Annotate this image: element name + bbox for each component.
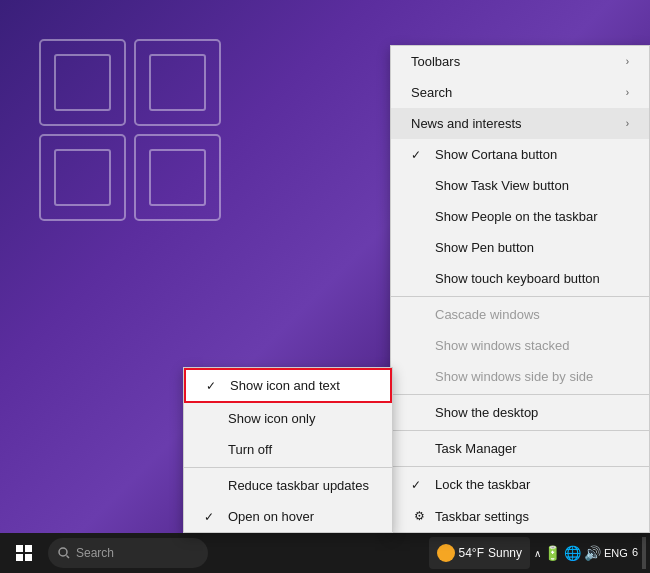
taskbar-search[interactable]: Search [48,538,208,568]
menu-label-keyboard: Show touch keyboard button [435,271,600,286]
battery-icon[interactable]: 🔋 [544,545,561,561]
svg-rect-5 [150,55,205,110]
submenu-news-interests: ✓ Show icon and text Show icon only Turn… [183,367,393,533]
weather-widget[interactable]: 54°F Sunny [429,537,531,569]
weather-condition: Sunny [488,546,522,560]
show-desktop-strip[interactable] [642,537,646,569]
menu-label-pen: Show Pen button [435,240,534,255]
menu-label-search: Search [411,85,452,100]
menu-item-toolbars[interactable]: Toolbars › [391,46,649,77]
clock-time: 6 [632,545,638,560]
submenu-label-show-icon-only: Show icon only [228,411,315,426]
svg-rect-0 [40,40,125,125]
menu-item-show-cortana[interactable]: ✓ Show Cortana button [391,139,649,170]
menu-item-people[interactable]: Show People on the taskbar [391,201,649,232]
svg-point-12 [59,548,67,556]
taskbar-left: Search [0,533,208,573]
menu-label-taskview: Show Task View button [435,178,569,193]
start-button[interactable] [4,533,44,573]
menu-label-toolbars: Toolbars [411,54,460,69]
submenu-item-show-icon-text[interactable]: ✓ Show icon and text [184,368,392,403]
svg-rect-1 [135,40,220,125]
svg-rect-8 [16,545,23,552]
clock[interactable]: 6 [632,545,638,560]
submenu-item-show-icon-only[interactable]: Show icon only [184,403,392,434]
check-icon: ✓ [206,379,222,393]
sun-icon [437,544,455,562]
windows-logo [30,30,230,230]
menu-item-stacked: Show windows stacked [391,330,649,361]
desktop: ✓ Show icon and text Show icon only Turn… [0,0,650,573]
menu-item-task-manager[interactable]: Task Manager [391,433,649,464]
svg-rect-9 [25,545,32,552]
svg-rect-4 [55,55,110,110]
context-menu-main: Toolbars › Search › News and interests ›… [390,45,650,533]
menu-item-taskbar-settings[interactable]: ⚙ Taskbar settings [391,500,649,532]
taskbar: Search 54°F Sunny ∧ 🔋 🌐 🔊 ENG 6 [0,533,650,573]
menu-label-show-desktop: Show the desktop [435,405,538,420]
menu-item-lock-taskbar[interactable]: ✓ Lock the taskbar [391,469,649,500]
menu-label-people: Show People on the taskbar [435,209,598,224]
svg-line-13 [67,556,70,559]
volume-icon[interactable]: 🔊 [584,545,601,561]
check-icon-hover: ✓ [204,510,220,524]
svg-rect-6 [55,150,110,205]
menu-item-taskview[interactable]: Show Task View button [391,170,649,201]
divider-4 [391,466,649,467]
arrow-icon-toolbars: › [626,56,629,67]
divider-1 [391,296,649,297]
menu-item-pen[interactable]: Show Pen button [391,232,649,263]
lang-indicator[interactable]: ENG [604,547,628,559]
network-icon[interactable]: 🌐 [564,545,581,561]
submenu-item-reduce-taskbar[interactable]: Reduce taskbar updates [184,470,392,501]
menu-item-news-interests[interactable]: News and interests › [391,108,649,139]
svg-rect-2 [40,135,125,220]
menu-item-search[interactable]: Search › [391,77,649,108]
taskbar-right: 54°F Sunny ∧ 🔋 🌐 🔊 ENG 6 [429,537,650,569]
divider-2 [391,394,649,395]
menu-label-lock-taskbar: Lock the taskbar [435,477,530,492]
divider-3 [391,430,649,431]
submenu-label-show-icon-text: Show icon and text [230,378,340,393]
sys-tray: ∧ 🔋 🌐 🔊 ENG [534,545,628,561]
menu-label-show-cortana: Show Cortana button [435,147,557,162]
menu-item-side-by-side: Show windows side by side [391,361,649,392]
arrow-icon-news: › [626,118,629,129]
menu-label-stacked: Show windows stacked [435,338,569,353]
menu-label-task-manager: Task Manager [435,441,517,456]
up-arrow-icon[interactable]: ∧ [534,548,541,559]
submenu-divider-1 [184,467,392,468]
svg-rect-10 [16,554,23,561]
arrow-icon-search: › [626,87,629,98]
svg-rect-11 [25,554,32,561]
submenu-label-turn-off: Turn off [228,442,272,457]
submenu-label-reduce-taskbar: Reduce taskbar updates [228,478,369,493]
menu-item-cascade: Cascade windows [391,299,649,330]
submenu-item-open-hover[interactable]: ✓ Open on hover [184,501,392,532]
menu-item-keyboard[interactable]: Show touch keyboard button [391,263,649,294]
menu-item-show-desktop[interactable]: Show the desktop [391,397,649,428]
gear-icon: ⚙ [411,508,427,524]
svg-rect-3 [135,135,220,220]
menu-label-news-interests: News and interests [411,116,522,131]
submenu-label-open-hover: Open on hover [228,509,314,524]
check-cortana: ✓ [411,148,427,162]
menu-label-taskbar-settings: Taskbar settings [435,509,529,524]
menu-label-cascade: Cascade windows [435,307,540,322]
menu-label-side-by-side: Show windows side by side [435,369,593,384]
submenu-item-turn-off[interactable]: Turn off [184,434,392,465]
check-lock: ✓ [411,478,427,492]
search-placeholder: Search [76,546,114,560]
svg-rect-7 [150,150,205,205]
weather-temp: 54°F [459,546,484,560]
